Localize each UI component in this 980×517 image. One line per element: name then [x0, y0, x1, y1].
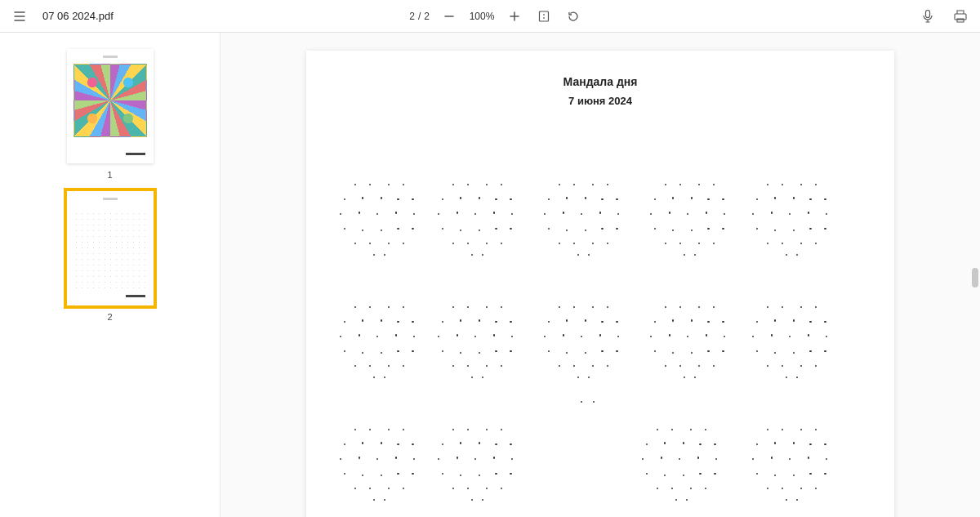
page-indicator: / 2 [397, 11, 430, 22]
rotate-icon [567, 10, 580, 23]
svg-rect-1 [926, 10, 930, 17]
scrollbar-thumb[interactable] [972, 268, 978, 287]
menu-button[interactable] [10, 7, 29, 26]
document-viewer[interactable]: Мандала дня 7 июня 2024 [220, 33, 980, 517]
thumbnail-sidebar[interactable]: 1 2 [0, 33, 220, 517]
filename: 07 06 2024.pdf [42, 10, 114, 22]
thumbnail-1[interactable] [67, 49, 154, 163]
microphone-icon [921, 9, 934, 24]
print-icon [953, 9, 968, 24]
minus-icon [443, 11, 455, 22]
plus-icon [509, 11, 520, 22]
current-page-input[interactable] [397, 11, 415, 22]
page-title: Мандала дня [306, 75, 894, 88]
thumb-preview-image [74, 211, 147, 289]
thumb-decoration [126, 153, 145, 155]
thumb-decoration [103, 56, 118, 58]
zoom-out-button[interactable] [439, 7, 459, 26]
print-button[interactable] [951, 7, 970, 26]
thumb-decoration [126, 295, 145, 297]
fit-page-icon [537, 10, 550, 23]
page-content: Мандала дня 7 июня 2024 [306, 51, 894, 517]
mandala-dot-pattern [336, 164, 865, 517]
rotate-button[interactable] [564, 7, 583, 26]
page-subtitle: 7 июня 2024 [306, 95, 894, 107]
svg-rect-0 [540, 11, 549, 21]
thumbnail-2[interactable] [67, 191, 154, 305]
thumbnail-label: 1 [107, 170, 112, 180]
thumb-decoration [103, 198, 118, 200]
toolbar: 07 06 2024.pdf / 2 100% [0, 0, 980, 33]
main-area: 1 2 Мандала дня 7 июня 2024 [0, 33, 980, 517]
zoom-in-button[interactable] [505, 7, 524, 26]
thumb-preview-image [74, 64, 147, 137]
thumbnail-2-wrap: 2 [0, 191, 220, 322]
menu-icon [13, 10, 26, 23]
microphone-button[interactable] [918, 7, 938, 26]
thumbnail-label: 2 [107, 312, 112, 322]
thumbnail-1-wrap: 1 [0, 49, 220, 180]
total-pages: 2 [424, 11, 430, 22]
zoom-level-label: 100% [467, 11, 497, 22]
fit-page-button[interactable] [534, 7, 554, 26]
page-separator: / [418, 11, 421, 22]
